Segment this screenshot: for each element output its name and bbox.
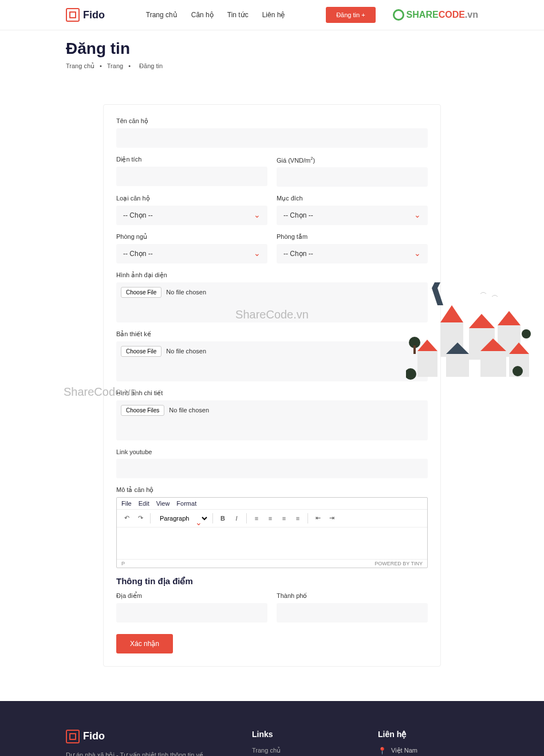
desc-label: Mô tả căn hộ (116, 486, 428, 494)
area-label: Diện tích (116, 156, 267, 163)
design-choose-button[interactable]: Choose File (121, 346, 161, 357)
nav-contact[interactable]: Liên hệ (262, 11, 285, 19)
post-form: ShareCode.vn ShareCode.vn Tên căn hộ Diệ… (103, 104, 441, 667)
main-nav: Trang chủ Căn hộ Tin tức Liên hệ (146, 11, 285, 19)
design-label: Bản thiết kế (116, 330, 428, 338)
area-input[interactable] (116, 167, 267, 186)
nav-news[interactable]: Tin tức (227, 11, 249, 19)
crumb-page[interactable]: Trang (107, 62, 123, 69)
crumb-current: Đăng tin (139, 62, 163, 69)
header: Fido Trang chủ Căn hộ Tin tức Liên hệ Đă… (0, 0, 544, 30)
detail-box: Choose Files No file chosen (116, 400, 428, 440)
bathroom-label: Phòng tắm (277, 233, 428, 241)
location-section-title: Thông tin địa điểm (116, 576, 428, 586)
svg-point-19 (513, 366, 523, 376)
youtube-input[interactable] (116, 459, 428, 478)
nav-home[interactable]: Trang chủ (146, 11, 178, 19)
bedroom-label: Phòng ngủ (116, 233, 267, 241)
undo-icon[interactable]: ↶ (120, 512, 133, 525)
editor-menubar: File Edit View Format (117, 498, 427, 510)
logo-text: Fido (83, 9, 105, 21)
svg-rect-4 (498, 325, 521, 357)
editor-body[interactable] (117, 527, 427, 559)
outdent-icon[interactable]: ⇤ (312, 512, 324, 525)
svg-marker-1 (440, 305, 463, 322)
menu-edit[interactable]: Edit (139, 500, 149, 507)
svg-marker-9 (446, 342, 469, 354)
menu-file[interactable]: File (121, 500, 132, 507)
bathroom-select[interactable]: -- Chọn -- (277, 244, 428, 263)
submit-button[interactable]: Xác nhận (116, 634, 173, 653)
purpose-label: Mục đích (277, 195, 428, 202)
bedroom-select[interactable]: -- Chọn -- (116, 244, 267, 263)
type-label: Loại căn hộ (116, 195, 267, 202)
align-justify-icon[interactable]: ≡ (291, 512, 304, 525)
footer-logo[interactable]: Fido (66, 730, 206, 743)
detail-label: Hình ảnh chi tiết (116, 389, 428, 397)
post-button[interactable]: Đăng tin + (326, 7, 375, 23)
purpose-select[interactable]: -- Chọn -- (277, 206, 428, 225)
align-left-icon[interactable]: ≡ (250, 512, 263, 525)
indent-icon[interactable]: ⇥ (325, 512, 338, 525)
rich-editor: File Edit View Format ↶ ↷ Paragraph B I … (116, 497, 428, 568)
svg-marker-13 (509, 342, 529, 354)
address-label: Địa điểm (116, 592, 267, 600)
contact-address: Việt Nam (391, 747, 417, 754)
svg-rect-8 (446, 354, 469, 377)
city-input[interactable] (277, 603, 428, 623)
italic-icon[interactable]: I (230, 512, 243, 525)
breadcrumb: Trang chủ • Trang • Đăng tin (66, 62, 478, 70)
footer-link-home[interactable]: Trang chủ (252, 747, 332, 754)
svg-rect-12 (509, 354, 529, 377)
price-input[interactable] (277, 167, 428, 187)
avatar-choose-button[interactable]: Choose File (121, 287, 161, 298)
align-right-icon[interactable]: ≡ (278, 512, 290, 525)
crumb-home[interactable]: Trang chủ (66, 62, 94, 69)
align-center-icon[interactable]: ≡ (264, 512, 277, 525)
editor-toolbar: ↶ ↷ Paragraph B I ≡ ≡ ≡ ≡ ⇤ ⇥ (117, 510, 427, 527)
design-file-status: No file chosen (166, 348, 206, 355)
breadcrumb-area: Đăng tin Trang chủ • Trang • Đăng tin (0, 30, 544, 87)
contact-title: Liên hệ (378, 730, 478, 739)
sharecode-logo: SHARECODE.vn (393, 9, 478, 21)
svg-marker-14 (432, 282, 443, 305)
house-icon (66, 8, 80, 22)
page-title: Đăng tin (66, 40, 478, 58)
bold-icon[interactable]: B (216, 512, 229, 525)
detail-file-status: No file chosen (169, 407, 209, 414)
editor-brand: POWERED BY TINY (375, 561, 423, 566)
design-box: Choose File No file chosen (116, 341, 428, 381)
avatar-box: Choose File No file chosen (116, 282, 428, 322)
house-icon (66, 730, 80, 743)
menu-view[interactable]: View (156, 500, 170, 507)
footer-tagline: Dự án nhà xã hội - Tư vấn nhiệt tình thô… (66, 751, 206, 756)
type-select[interactable]: -- Chọn -- (116, 206, 267, 225)
sharecode-icon (393, 9, 404, 21)
avatar-label: Hình ảnh đại diện (116, 271, 428, 279)
svg-marker-11 (480, 338, 506, 351)
links-title: Links (252, 730, 332, 739)
youtube-label: Link youtube (116, 448, 428, 455)
logo[interactable]: Fido (66, 8, 105, 22)
name-input[interactable] (116, 128, 428, 148)
editor-path: P (121, 561, 125, 566)
nav-apartments[interactable]: Căn hộ (191, 11, 214, 19)
footer: Fido Dự án nhà xã hội - Tư vấn nhiệt tìn… (0, 701, 544, 756)
svg-rect-2 (469, 328, 495, 360)
city-label: Thành phố (277, 592, 428, 600)
menu-format[interactable]: Format (176, 500, 196, 507)
price-label: Giá (VND/m2) (277, 156, 428, 164)
paragraph-select[interactable]: Paragraph (154, 513, 209, 523)
svg-marker-3 (469, 314, 495, 328)
svg-marker-5 (498, 311, 521, 325)
name-label: Tên căn hộ (116, 117, 428, 125)
avatar-file-status: No file chosen (166, 289, 206, 296)
svg-rect-0 (440, 322, 463, 357)
detail-choose-button[interactable]: Choose Files (121, 405, 164, 416)
pin-icon: 📍 (378, 747, 387, 755)
redo-icon[interactable]: ↷ (134, 512, 147, 525)
svg-rect-10 (480, 351, 506, 377)
svg-point-17 (522, 329, 531, 338)
address-input[interactable] (116, 603, 267, 623)
